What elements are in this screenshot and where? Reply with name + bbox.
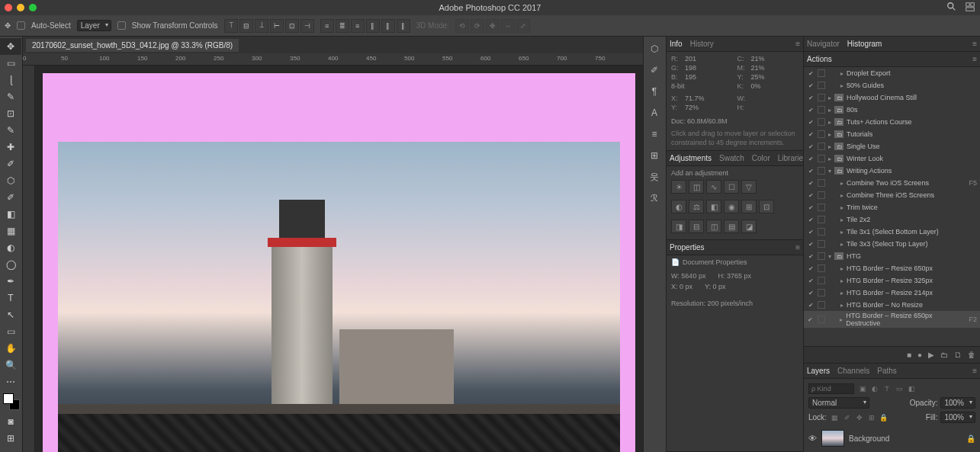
ruler-horizontal[interactable]: 0501001502002503003504004505005506006507… [23,53,643,66]
disclosure-icon[interactable]: ▸ [840,302,843,309]
disclosure-icon[interactable]: ▸ [840,180,843,187]
screen-mode-tool[interactable]: ⊞ [0,430,21,447]
action-dialog-icon[interactable] [818,69,825,77]
filter-smart-icon[interactable]: ◧ [906,383,917,394]
action-check-icon[interactable] [807,82,815,89]
action-item[interactable]: ▸50% Guides [804,79,980,91]
action-dialog-icon[interactable] [818,289,825,297]
action-item[interactable]: ▸Tile 3x1 (Select Bottom Layer) [804,226,980,238]
adj-mixer-icon[interactable]: ⊞ [741,200,757,213]
action-item[interactable]: ▾🗀Writing Actions [804,165,980,177]
path-tool[interactable]: ↖ [0,306,21,323]
crop-tool[interactable]: ⊡ [0,105,21,122]
collapsed-panel-icon[interactable]: ¶ [644,82,665,101]
disclosure-icon[interactable]: ▸ [828,95,831,101]
align-right-icon[interactable]: ⊣ [300,19,314,33]
action-dialog-icon[interactable] [818,301,825,309]
dist-right-icon[interactable]: ‖ [397,19,410,33]
blend-mode-select[interactable]: Normal [808,397,869,409]
adj-balance-icon[interactable]: ⚖ [689,200,704,213]
search-icon[interactable] [946,2,957,14]
layer-row[interactable]: 👁 Background 🔒 [808,428,975,449]
auto-select-checkbox[interactable] [17,21,25,30]
disclosure-icon[interactable]: ▸ [840,204,843,211]
action-item[interactable]: ▸🗀Single Use [804,140,980,152]
collapsed-panel-icon[interactable]: ⊞ [644,146,665,165]
adj-photo-filter-icon[interactable]: ◉ [724,200,739,213]
disclosure-icon[interactable]: ▸ [840,265,843,272]
action-check-icon[interactable] [807,118,815,126]
prop-x-value[interactable]: 0 px [680,283,692,290]
type-tool[interactable]: T [0,290,21,306]
tab-paths[interactable]: Paths [877,367,897,375]
adj-threshold-icon[interactable]: ◫ [706,220,721,233]
adj-bw-icon[interactable]: ◧ [706,200,721,213]
fg-bg-colors[interactable] [3,393,20,410]
action-check-icon[interactable] [807,240,815,248]
tab-swatches[interactable]: Swatch [719,154,744,162]
eyedropper-tool[interactable]: ✎ [0,122,21,139]
opacity-input[interactable]: 100% [940,397,975,409]
dist-top-icon[interactable]: ≡ [320,19,334,33]
action-dialog-icon[interactable] [818,130,825,138]
action-check-icon[interactable] [807,179,815,187]
3d-slide-icon[interactable]: ↔ [501,19,515,33]
marquee-tool[interactable]: ▭ [0,55,21,72]
show-transform-checkbox[interactable] [117,21,126,30]
adj-lookup-icon[interactable]: ⊡ [759,200,774,213]
disclosure-icon[interactable]: ▸ [828,119,831,126]
filter-adj-icon[interactable]: ◐ [869,383,880,394]
action-check-icon[interactable] [807,301,815,309]
new-set-icon[interactable]: 🗀 [940,351,948,359]
action-check-icon[interactable] [807,216,815,223]
prop-y-value[interactable]: 0 px [713,283,726,290]
visibility-icon[interactable]: 👁 [808,434,817,443]
collapsed-panel-icon[interactable]: A [644,104,665,122]
disclosure-icon[interactable]: ▸ [840,229,843,236]
disclosure-icon[interactable]: ▸ [828,143,831,150]
document-tab[interactable]: 20170602_sunset_howth_5D3_0412.jpg @ 33.… [26,39,239,52]
action-item[interactable]: ▸HTG Border – No Resize [804,299,980,311]
delete-icon[interactable]: 🗑 [968,351,975,359]
action-dialog-icon[interactable] [818,155,825,162]
action-dialog-icon[interactable] [818,316,825,323]
fill-input[interactable]: 100% [940,412,975,423]
action-item[interactable]: ▸HTG Border – Resize 650px [804,262,980,274]
shape-tool[interactable]: ▭ [0,323,21,340]
disclosure-icon[interactable]: ▾ [828,168,831,175]
panel-menu-icon[interactable]: ≡ [972,367,977,375]
align-left-icon[interactable]: ⊢ [270,19,284,33]
action-item[interactable]: ▸Combine Three iOS Screens [804,189,980,201]
action-dialog-icon[interactable] [818,118,825,126]
lock-pos-icon[interactable]: ✥ [854,412,865,423]
action-item[interactable]: ▸🗀Hollywood Cinema Still [804,91,980,104]
panel-menu-icon[interactable]: ≡ [795,40,800,48]
panel-menu-icon[interactable]: ≡ [972,55,977,63]
action-check-icon[interactable] [807,191,815,199]
action-dialog-icon[interactable] [818,252,825,260]
panel-menu-icon[interactable]: ≡ [795,243,800,252]
action-check-icon[interactable] [807,264,815,272]
play-icon[interactable]: ▶ [928,351,934,359]
lock-trans-icon[interactable]: ▦ [830,412,840,423]
action-dialog-icon[interactable] [818,216,825,223]
tab-adjustments[interactable]: Adjustments [670,154,712,162]
tab-info[interactable]: Info [670,40,683,48]
layer-select[interactable]: Layer [77,20,111,31]
3d-orbit-icon[interactable]: ⟲ [455,19,469,33]
tab-channels[interactable]: Channels [837,367,869,375]
eraser-tool[interactable]: ◧ [0,206,21,223]
disclosure-icon[interactable]: ▸ [840,70,843,77]
tab-properties[interactable]: Properties [670,243,705,252]
action-dialog-icon[interactable] [818,167,825,175]
quick-mask-tool[interactable]: ◙ [0,413,21,430]
3d-pan-icon[interactable]: ✥ [486,19,500,33]
adj-selective-icon[interactable]: ◪ [741,220,757,233]
action-dialog-icon[interactable] [818,106,825,114]
action-check-icon[interactable] [807,94,815,101]
collapsed-panel-icon[interactable]: 웃 [644,168,665,186]
action-dialog-icon[interactable] [818,277,825,284]
action-dialog-icon[interactable] [818,204,825,211]
align-vcenter-icon[interactable]: ⊟ [239,19,253,33]
new-action-icon[interactable]: 🗋 [954,351,962,359]
